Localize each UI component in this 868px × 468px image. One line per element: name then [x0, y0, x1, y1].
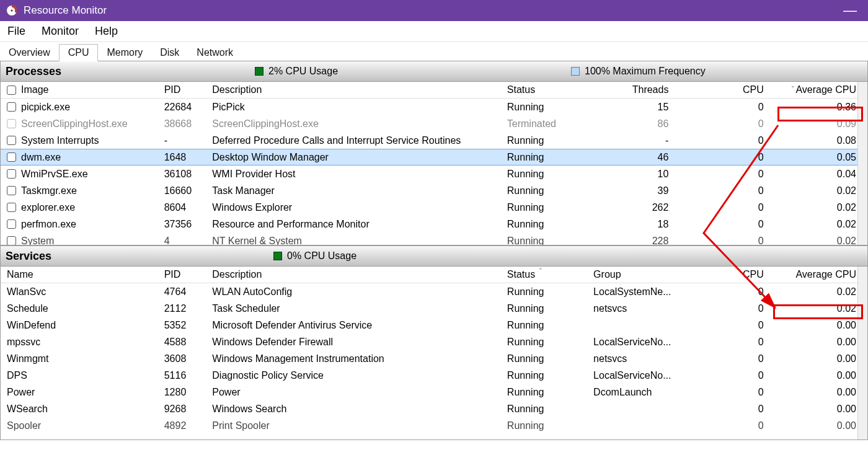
process-row[interactable]: System4NT Kernel & SystemRunning22800.02	[1, 232, 867, 245]
process-row[interactable]: picpick.exe22684PicPickRunning1500.36	[1, 99, 867, 115]
service-row[interactable]: Winmgmt3608Windows Management Instrument…	[1, 350, 867, 367]
svc-pid: 2112	[164, 303, 213, 314]
proc-pid: -	[164, 135, 213, 146]
tab-disk[interactable]: Disk	[151, 45, 188, 61]
services-header[interactable]: Services 0% CPU Usage	[0, 245, 868, 267]
service-row[interactable]: Spooler4892Print SpoolerRunning00.00	[1, 417, 867, 434]
proc-pid: 36108	[164, 169, 213, 180]
service-row[interactable]: DPS5116Diagnostic Policy ServiceRunningL…	[1, 367, 867, 384]
col-image-label[interactable]: Image	[21, 84, 48, 95]
process-row[interactable]: perfmon.exe37356Resource and Performance…	[1, 216, 867, 232]
proc-desc: WMI Provider Host	[212, 169, 507, 180]
svc-desc: Microsoft Defender Antivirus Service	[212, 320, 507, 331]
proc-threads: 46	[593, 152, 680, 163]
menu-file[interactable]: File	[5, 24, 28, 39]
svc-col-status[interactable]: Status ⌃	[507, 269, 593, 280]
col-description[interactable]: Description	[212, 84, 507, 95]
proc-image: WmiPrvSE.exe	[21, 169, 88, 180]
service-row[interactable]: WinDefend5352Microsoft Defender Antiviru…	[1, 317, 867, 333]
cpu-usage-icon	[255, 67, 264, 76]
service-row[interactable]: WSearch9268Windows SearchRunning00.00	[1, 400, 867, 417]
row-checkbox[interactable]	[7, 203, 16, 212]
menu-help[interactable]: Help	[92, 24, 120, 39]
proc-threads: 10	[593, 169, 680, 180]
proc-desc: NT Kernel & System	[212, 236, 507, 246]
row-checkbox[interactable]	[7, 236, 16, 245]
process-row[interactable]: explorer.exe8604Windows ExplorerRunning2…	[1, 199, 867, 216]
svc-group: netsvcs	[593, 303, 684, 314]
process-row[interactable]: System Interrupts-Deferred Procedure Cal…	[1, 132, 867, 149]
service-row[interactable]: mpssvc4588Windows Defender FirewallRunni…	[1, 333, 867, 350]
col-image: Image	[7, 84, 164, 95]
proc-pid: 38668	[164, 118, 213, 130]
svc-col-group[interactable]: Group	[593, 269, 684, 280]
proc-pid: 1648	[164, 152, 213, 163]
services-title: Services	[1, 250, 273, 263]
window-title: Resource Monitor	[24, 4, 107, 17]
svc-desc: Diagnostic Policy Service	[212, 370, 507, 381]
app-icon	[6, 5, 17, 16]
proc-cpu: 0	[680, 152, 771, 163]
process-row[interactable]: Taskmgr.exe16660Task ManagerRunning3900.…	[1, 182, 867, 199]
tab-overview[interactable]: Overview	[0, 45, 59, 61]
process-row[interactable]: dwm.exe1648Desktop Window ManagerRunning…	[1, 149, 867, 166]
services-scrollbar[interactable]	[857, 267, 867, 439]
row-checkbox[interactable]	[7, 219, 16, 229]
service-row[interactable]: WlanSvc4764WLAN AutoConfigRunningLocalSy…	[1, 283, 867, 300]
proc-avg-cpu: 0.02	[771, 236, 861, 246]
select-all-checkbox[interactable]	[7, 86, 16, 95]
tab-network[interactable]: Network	[188, 45, 242, 61]
col-cpu[interactable]: CPU	[680, 84, 771, 95]
row-checkbox[interactable]	[7, 186, 16, 195]
svc-cpu: 0	[684, 404, 771, 415]
proc-status: Running	[507, 202, 593, 213]
row-checkbox[interactable]	[7, 152, 16, 162]
proc-desc: ScreenClippingHost.exe	[212, 118, 507, 130]
svc-name: Winmgmt	[7, 353, 164, 364]
proc-desc: Desktop Window Manager	[212, 152, 507, 163]
process-row[interactable]: WmiPrvSE.exe36108WMI Provider HostRunnin…	[1, 166, 867, 182]
svc-avg: 0.00	[771, 353, 861, 364]
tab-cpu[interactable]: CPU	[59, 44, 99, 61]
svc-name: Schedule	[7, 303, 164, 314]
row-checkbox[interactable]	[7, 136, 16, 145]
row-checkbox[interactable]	[7, 119, 16, 128]
processes-scrollbar[interactable]	[857, 82, 867, 245]
minimize-button[interactable]: —	[838, 2, 862, 19]
svc-avg: 0.00	[771, 420, 861, 431]
menu-monitor[interactable]: Monitor	[39, 24, 81, 39]
proc-threads: 228	[593, 236, 680, 246]
col-status[interactable]: Status	[507, 84, 593, 95]
proc-image: System	[21, 236, 54, 246]
proc-pid: 8604	[164, 202, 213, 213]
row-checkbox[interactable]	[7, 102, 16, 112]
svc-col-description[interactable]: Description	[212, 269, 507, 280]
svc-status: Running	[507, 303, 593, 314]
svc-name: WSearch	[7, 404, 164, 415]
menu-bar: File Monitor Help	[0, 21, 868, 42]
proc-status: Running	[507, 219, 593, 230]
svc-col-pid[interactable]: PID	[164, 269, 213, 280]
svc-col-name[interactable]: Name	[7, 269, 164, 280]
proc-cpu: 0	[680, 202, 771, 213]
service-row[interactable]: Schedule2112Task SchedulerRunningnetsvcs…	[1, 300, 867, 317]
tab-memory[interactable]: Memory	[98, 45, 151, 61]
process-row[interactable]: ScreenClippingHost.exe38668ScreenClippin…	[1, 115, 867, 132]
svc-status: Running	[507, 353, 593, 364]
svc-name: Power	[7, 387, 164, 398]
processes-header[interactable]: Processes 2% CPU Usage 100% Maximum Freq…	[0, 61, 868, 82]
service-row[interactable]: Power1280PowerRunningDcomLaunch00.00	[1, 384, 867, 400]
proc-threads: 86	[593, 118, 680, 130]
proc-avg-cpu: 0.02	[771, 185, 861, 196]
svc-group: LocalServiceNo...	[593, 337, 684, 348]
svc-pid: 4764	[164, 286, 213, 298]
row-checkbox[interactable]	[7, 169, 16, 179]
svc-status: Running	[507, 387, 593, 398]
col-avg-cpu[interactable]: ⌄Average CPU	[771, 84, 861, 95]
svc-col-avg-cpu[interactable]: Average CPU	[771, 269, 861, 280]
svc-desc: Windows Defender Firewall	[212, 337, 507, 348]
col-pid[interactable]: PID	[164, 84, 213, 95]
svc-col-cpu[interactable]: CPU	[684, 269, 771, 280]
col-threads[interactable]: Threads	[593, 84, 680, 95]
svc-desc: Power	[212, 387, 507, 398]
